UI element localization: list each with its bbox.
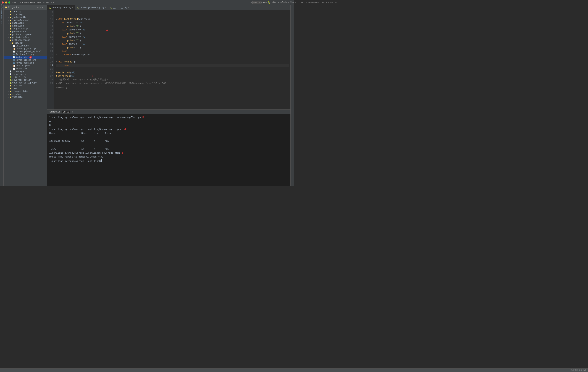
code-line-28: ▽ #使用方式 coverage run ${测试文件名称} bbox=[56, 78, 289, 82]
js-file-icon: 📜 bbox=[13, 48, 15, 50]
favorites-icon[interactable]: Favorites bbox=[0, 20, 3, 23]
py-tab-icon: 🐍 bbox=[77, 7, 79, 9]
tab-coverageTestCopy[interactable]: 🐍 coverageTestCopy.py × bbox=[75, 5, 108, 10]
tree-item-keybd-open[interactable]: 🖼 keybd_open.png bbox=[4, 62, 47, 64]
terminal-line-8: -------------------------------------- bbox=[49, 143, 288, 147]
tree-item-protoKafkaDemo[interactable]: ▶ 📁 protoKafkaDemo bbox=[4, 36, 47, 39]
tree-item-luopan-script[interactable]: ▶ 📁 luopan-script bbox=[4, 27, 47, 30]
minimize-button[interactable] bbox=[5, 1, 7, 4]
code-line-12: if course == 90: bbox=[56, 21, 289, 25]
tree-item-coverageTest_py_html[interactable]: 📄 coverageTest_py.html bbox=[4, 50, 47, 53]
tree-item-coveragerc[interactable]: 📄 .coveragerc bbox=[4, 73, 47, 76]
project-header-icons: ⚙ ⇄ ✦ — bbox=[37, 6, 46, 9]
code-line-20: else: bbox=[56, 50, 289, 53]
png-file-icon: 🖼 bbox=[13, 59, 15, 61]
annotation-2: 2 bbox=[92, 74, 93, 78]
folder-open-icon: 📂 bbox=[11, 42, 14, 44]
breadcrumb-path: ~/PycharmProjects/practice bbox=[24, 1, 54, 4]
terminal-add-button[interactable]: + bbox=[72, 111, 73, 113]
code-line-25 bbox=[56, 67, 289, 71]
right-sidebar bbox=[290, 5, 294, 186]
tree-item-gitignore[interactable]: 📄 .gitignore bbox=[4, 44, 47, 47]
title-bar-left: practice › ~/PycharmProjects/practice bbox=[2, 1, 54, 4]
close-panel-icon[interactable]: — bbox=[44, 6, 46, 9]
code-line-15: print("B") bbox=[56, 32, 289, 35]
folder-icon: 📁 bbox=[9, 25, 12, 27]
terminal-tab-bar: Terminal: Local + bbox=[47, 110, 290, 114]
tree-item-style-css[interactable]: 📄 style.css bbox=[4, 67, 47, 70]
tree-item-coverage_html_js[interactable]: 📜 coverage_html.js bbox=[4, 47, 47, 50]
maximize-button[interactable] bbox=[8, 1, 10, 4]
terminal-tab-local[interactable]: Local bbox=[62, 111, 70, 113]
gear-icon[interactable]: ⚙ bbox=[37, 6, 38, 9]
settings-icon[interactable]: ✦ bbox=[42, 6, 43, 9]
tree-item-keybd-closed[interactable]: 🖼 keybd_closed.png bbox=[4, 59, 47, 62]
terminal-label: Terminal: bbox=[49, 111, 60, 113]
tree-item-kafkaDemo[interactable]: ▶ 📁 kafkaDemo bbox=[4, 22, 47, 25]
tree-item-kafkaSend[interactable]: ▶ 📁 kafkaSend bbox=[4, 25, 47, 27]
py-file-icon: 🐍 bbox=[9, 82, 12, 84]
folder-icon: 📁 bbox=[9, 93, 12, 96]
tab-close-0[interactable]: × bbox=[72, 7, 73, 9]
tab-coverageTest[interactable]: 🐍 coverageTest.py × bbox=[47, 5, 75, 10]
terminal-line-12: luoshiling:pythonCoverage luoshiling$ bbox=[49, 159, 288, 163]
terminal-cursor bbox=[101, 159, 102, 162]
folder-icon: 📁 bbox=[9, 96, 12, 98]
file-icon: 📄 bbox=[13, 45, 15, 47]
terminal-line-7: coverageTest.py 14 4 71% bbox=[49, 139, 288, 143]
sync-icon[interactable]: ⇄ bbox=[40, 6, 41, 9]
tree-item-performance[interactable]: ▶ 📁 performance bbox=[4, 30, 47, 33]
tree-item-ichatMsg[interactable]: ▶ 📁 ichatMsg bbox=[4, 13, 47, 16]
terminal-line-4: luoshiling:pythonCoverage luoshiling$ co… bbox=[49, 127, 288, 131]
terminal-line-3: D bbox=[49, 123, 288, 127]
tree-item-test[interactable]: ▶ 📁 test bbox=[4, 87, 47, 90]
code-line-16: elif course == 70: bbox=[56, 35, 289, 39]
tree-item-coverageTest-py[interactable]: 🐍 coverageTest.py bbox=[4, 79, 47, 82]
fold-icon: ▽ bbox=[56, 53, 58, 57]
tab-init[interactable]: 🐍 __init__.py × bbox=[108, 5, 131, 10]
term-annotation-4: 4 bbox=[124, 127, 126, 131]
code-line-18: elif course == 60: bbox=[56, 42, 289, 46]
tree-item-htmlcov[interactable]: ▼ 📂 htmlcov bbox=[4, 42, 47, 44]
main-layout: Project DB Browser Z: Structure Favorite… bbox=[0, 5, 294, 186]
terminal-line-2: A bbox=[49, 119, 288, 123]
fold-icon: ▽ bbox=[56, 78, 58, 82]
annotation-1: 1 bbox=[106, 28, 108, 32]
tree-item-fansTop[interactable]: ▶ 📁 fansTop bbox=[4, 10, 47, 13]
code-line-extra: noNeed() bbox=[56, 86, 289, 90]
tree-item-teamTask[interactable]: ▶ 📁 teamTask bbox=[4, 84, 47, 87]
tree-item-index-html[interactable]: 📄 index.html 6 bbox=[4, 56, 47, 59]
fold-icon: ▽ bbox=[56, 82, 58, 85]
code-line-13: print("A") bbox=[56, 25, 289, 28]
code-line-11: ▽ def testMethod(course): bbox=[56, 17, 289, 21]
terminal-content[interactable]: luoshiling:pythonCoverage luoshiling$ co… bbox=[47, 114, 290, 186]
tree-item-coverage-file[interactable]: 📄 .coverage bbox=[4, 70, 47, 73]
code-content[interactable]: ▽ def testMethod(course): if course == 9… bbox=[54, 10, 290, 109]
tree-item-coverageTestCopy-py[interactable]: 🐍 coverageTestCopy.py bbox=[4, 82, 47, 84]
folder-icon: 📁 bbox=[9, 33, 12, 36]
code-line-9 bbox=[56, 10, 289, 14]
breadcrumb: practice › ~/PycharmProjects/practice bbox=[12, 1, 54, 4]
tab-close-1[interactable]: × bbox=[105, 7, 106, 9]
project-panel: 📁 Project ▼ ⚙ ⇄ ✦ — ▶ 📁 fansTop ▶ bbox=[4, 5, 47, 186]
tree-item-init-py[interactable]: 🐍 __init__.py bbox=[4, 76, 47, 79]
close-button[interactable] bbox=[2, 1, 4, 4]
html-file-icon: 📄 bbox=[13, 50, 15, 53]
tree-item-pythonCoverage[interactable]: ▼ 📂 pythonCoverage bbox=[4, 39, 47, 42]
code-line-10 bbox=[56, 14, 289, 17]
tree-item-status-json[interactable]: 📋 status.json bbox=[4, 64, 47, 67]
tree-item-favicon[interactable]: 🖼 favicon_32.png bbox=[4, 53, 47, 56]
tree-item-jusheHandle[interactable]: ▶ 📁 jusheHandle bbox=[4, 16, 47, 19]
tree-item-yejidata[interactable]: ▶ 📁 yejidata bbox=[4, 96, 47, 99]
folder-icon: 📁 bbox=[9, 16, 12, 19]
tree-item-picture_compare[interactable]: ▶ 📁 picture_compare bbox=[4, 33, 47, 36]
tree-item-juxingAccount[interactable]: ▶ 📁 juxingAccount bbox=[4, 19, 47, 22]
tree-item-xiaohuo[interactable]: ▶ 📁 xiaohuo bbox=[4, 93, 47, 96]
fold-icon: ▽ bbox=[56, 60, 58, 64]
html-file-icon: 📄 bbox=[13, 56, 15, 59]
window-title: practice [~/PycharmProjects/practice] – … bbox=[251, 1, 294, 4]
tab-close-2[interactable]: × bbox=[128, 7, 129, 9]
folder-icon: 📁 bbox=[9, 13, 12, 16]
tree-item-xiaoguo_data[interactable]: ▶ 📁 xiaoguo_data bbox=[4, 90, 47, 93]
json-file-icon: 📋 bbox=[13, 65, 15, 67]
